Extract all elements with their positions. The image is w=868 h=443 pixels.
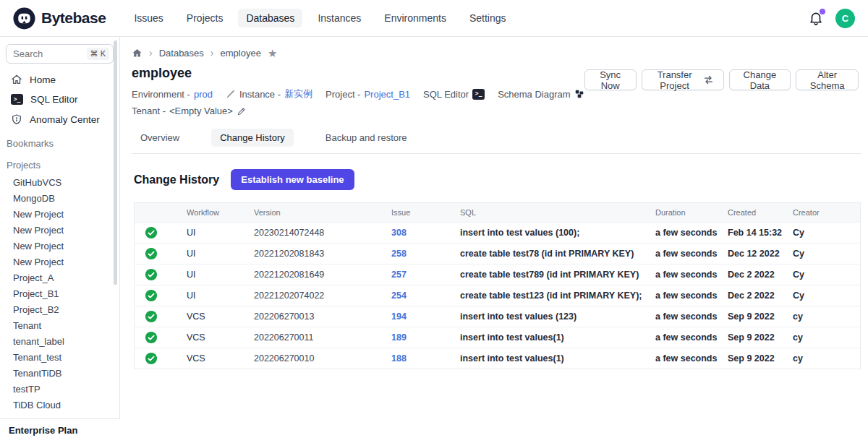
sidebar-project-item[interactable]: Project_B1 <box>0 286 119 302</box>
search-box[interactable]: ⌘ K <box>6 44 114 64</box>
shield-icon <box>11 113 22 125</box>
status-cell <box>135 310 187 323</box>
change-history-table-body: UI 20230214072448 308 insert into test v… <box>135 222 860 369</box>
sidebar-project-item[interactable]: TenantTiDB <box>0 366 119 382</box>
sidebar-project-list: GitHubVCS MongoDB New Project New Projec… <box>0 175 119 413</box>
change-history-row[interactable]: UI 20221202081649 257 create table test7… <box>135 264 860 285</box>
status-cell <box>135 268 187 281</box>
main-content: › Databases › employee ★ employee Enviro… <box>121 37 868 443</box>
top-nav-item[interactable]: Instances <box>310 9 369 27</box>
issue-link[interactable]: 258 <box>391 249 460 259</box>
change-history-row[interactable]: UI 20221202081843 258 create table test7… <box>135 243 860 264</box>
database-tab[interactable]: Overview <box>132 129 188 147</box>
meta-schema-diagram[interactable]: Schema Diagram <box>498 89 584 100</box>
sidebar-project-item[interactable]: New Project <box>0 254 119 270</box>
transfer-project-label: Transfer Project <box>652 69 698 91</box>
sidebar-project-item[interactable]: Project_B2 <box>0 302 119 318</box>
page-actions: Sync Now Transfer Project Change Data <box>584 69 861 90</box>
breadcrumb-employee[interactable]: employee <box>221 48 261 59</box>
duration-cell: a few seconds <box>655 332 728 343</box>
schema-diagram-label: Schema Diagram <box>498 89 570 100</box>
sidebar-project-item[interactable]: tenant_label <box>0 334 119 350</box>
sidebar-scrollbar[interactable] <box>114 40 117 285</box>
alter-schema-button[interactable]: Alter Schema <box>796 69 859 90</box>
meta-project: Project - Project_B1 <box>326 89 410 100</box>
notifications-button[interactable] <box>808 10 824 26</box>
issue-link[interactable]: 254 <box>391 291 460 301</box>
sidebar-item-label: SQL Editor <box>30 94 78 105</box>
duration-cell: a few seconds <box>655 353 728 364</box>
created-cell: Dec 2 2022 <box>728 291 793 301</box>
top-nav-item[interactable]: Databases <box>238 9 302 27</box>
workflow-cell: UI <box>187 270 254 280</box>
avatar[interactable]: C <box>835 9 855 28</box>
sql-cell: insert into test values (100); <box>460 228 655 238</box>
database-meta-line-2: Tenant - <Empty Value> <box>132 106 584 116</box>
top-nav-item[interactable]: Settings <box>461 9 514 27</box>
workflow-cell: UI <box>187 228 254 238</box>
status-cell <box>135 247 187 260</box>
change-history-row[interactable]: VCS 202206270013 194 insert into test va… <box>135 306 860 327</box>
search-input[interactable] <box>13 48 71 59</box>
sidebar-item-anomaly-center[interactable]: Anomaly Center <box>0 109 119 129</box>
issue-link[interactable]: 257 <box>391 270 460 280</box>
sidebar-project-item[interactable]: GitHubVCS <box>0 175 119 191</box>
environment-label: Environment - <box>132 89 190 100</box>
bytebase-logo[interactable]: Bytebase <box>13 7 106 30</box>
change-data-button[interactable]: Change Data <box>729 69 791 90</box>
sidebar-item-home[interactable]: Home <box>0 69 119 90</box>
topnav-right: C <box>808 9 855 28</box>
sync-now-button[interactable]: Sync Now <box>584 69 637 90</box>
top-nav-item[interactable]: Issues <box>126 9 171 27</box>
duration-cell: a few seconds <box>655 249 728 259</box>
sidebar-project-item[interactable]: MongoDB <box>0 191 119 207</box>
sidebar-project-item[interactable]: New Project <box>0 238 119 254</box>
issue-link[interactable]: 308 <box>391 228 460 238</box>
issue-link[interactable]: 188 <box>391 353 460 364</box>
sql-cell: insert into test values (123) <box>460 311 655 322</box>
status-cell <box>135 289 187 302</box>
environment-link[interactable]: prod <box>194 89 213 100</box>
creator-cell: Cy <box>793 291 860 301</box>
sidebar-project-item[interactable]: Tenant <box>0 318 119 334</box>
meta-sql-editor[interactable]: SQL Editor >_ <box>423 89 485 100</box>
created-cell: Sep 9 2022 <box>728 332 793 343</box>
success-check-icon <box>145 352 158 365</box>
favorite-star-icon[interactable]: ★ <box>268 48 277 59</box>
version-cell: 202206270013 <box>254 311 391 322</box>
change-history-row[interactable]: UI 20221202074022 254 create table test1… <box>135 285 860 306</box>
database-tab[interactable]: Backup and restore <box>317 129 416 147</box>
success-check-icon <box>145 268 158 281</box>
workflow-cell: VCS <box>187 311 254 322</box>
establish-baseline-button[interactable]: Establish new baseline <box>231 169 354 190</box>
database-tab[interactable]: Change History <box>211 129 294 147</box>
sidebar-item-sql-editor[interactable]: >_ SQL Editor <box>0 90 119 109</box>
top-navigation-bar: Bytebase Issues Projects Databases Insta… <box>0 0 868 37</box>
top-nav-item[interactable]: Projects <box>179 9 231 27</box>
instance-link[interactable]: 新实例 <box>284 87 312 100</box>
sidebar-project-item[interactable]: testTP <box>0 382 119 397</box>
issue-link[interactable]: 194 <box>391 311 460 322</box>
sidebar-item-label: Anomaly Center <box>30 114 100 125</box>
edit-pencil-icon[interactable] <box>237 106 247 116</box>
success-check-icon <box>145 226 158 239</box>
project-link[interactable]: Project_B1 <box>364 89 410 100</box>
home-icon <box>11 74 22 85</box>
duration-cell: a few seconds <box>655 311 728 322</box>
top-nav-item[interactable]: Environments <box>376 9 454 27</box>
change-history-row[interactable]: VCS 202206270010 188 insert into test va… <box>135 348 860 369</box>
creator-cell: cy <box>793 332 860 343</box>
breadcrumb-databases[interactable]: Databases <box>159 48 204 59</box>
transfer-project-button[interactable]: Transfer Project <box>642 69 724 90</box>
sidebar-project-item[interactable]: Tenant_test <box>0 350 119 366</box>
sidebar-project-item[interactable]: New Project <box>0 223 119 238</box>
sidebar-project-item[interactable]: Project_A <box>0 270 119 286</box>
issue-link[interactable]: 189 <box>391 332 460 343</box>
sidebar-project-item[interactable]: TiDB Cloud <box>0 397 119 413</box>
change-history-row[interactable]: UI 20230214072448 308 insert into test v… <box>135 222 860 243</box>
change-history-row[interactable]: VCS 202206270011 189 insert into test va… <box>135 327 860 348</box>
instance-label: Instance - <box>239 89 281 100</box>
sidebar-project-item[interactable]: New Project <box>0 207 119 223</box>
breadcrumb-home-icon[interactable] <box>132 48 142 59</box>
change-history-title: Change History <box>134 173 219 186</box>
